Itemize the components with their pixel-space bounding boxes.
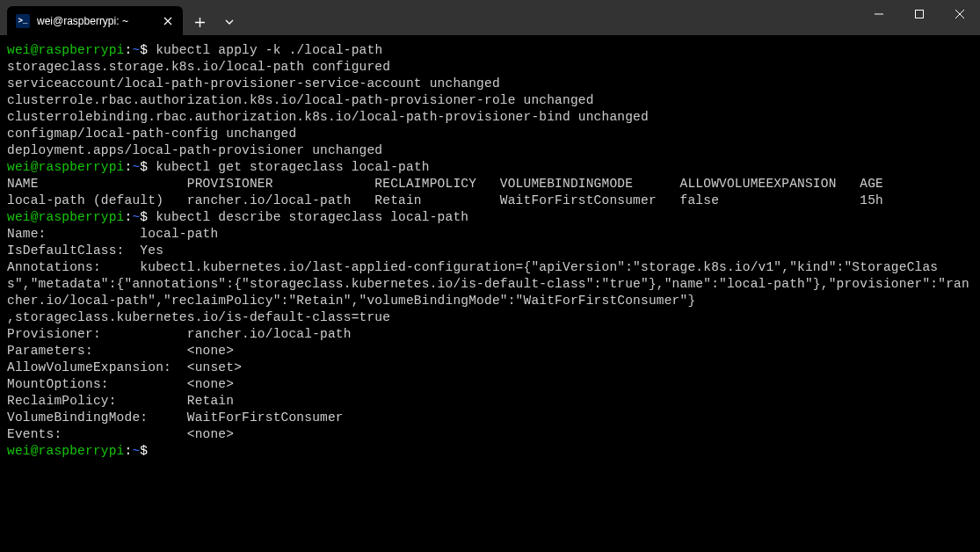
tab-dropdown-button[interactable] bbox=[216, 9, 243, 35]
output-line: deployment.apps/local-path-provisioner u… bbox=[7, 142, 973, 159]
prompt-path: ~ bbox=[132, 444, 140, 458]
output-line: AllowVolumeExpansion: <unset> bbox=[7, 360, 973, 376]
output-line: Provisioner: rancher.io/local-path bbox=[7, 326, 973, 343]
prompt-path: ~ bbox=[132, 210, 140, 224]
maximize-button[interactable] bbox=[899, 0, 940, 28]
prompt-user: wei@raspberrypi bbox=[7, 160, 125, 174]
minimize-button[interactable] bbox=[859, 0, 899, 28]
window-controls bbox=[859, 0, 980, 28]
new-tab-button[interactable] bbox=[186, 9, 213, 35]
titlebar: >_ wei@raspberrypi: ~ bbox=[0, 0, 980, 35]
prompt-dollar: $ bbox=[140, 160, 148, 174]
output-line: storageclass.storage.k8s.io/local-path c… bbox=[7, 59, 973, 76]
close-button[interactable] bbox=[940, 0, 980, 28]
prompt-path: ~ bbox=[132, 43, 140, 57]
powershell-icon: >_ bbox=[16, 14, 30, 28]
prompt-line-1: wei@raspberrypi:~$ kubectl apply -k ./lo… bbox=[7, 42, 973, 59]
command-text: kubectl describe storageclass local-path bbox=[148, 210, 468, 224]
prompt-path: ~ bbox=[132, 160, 140, 174]
output-line: ,storageclass.kubernetes.io/is-default-c… bbox=[7, 309, 973, 326]
output-line: Events: <none> bbox=[7, 426, 973, 443]
prompt-line-4: wei@raspberrypi:~$ bbox=[7, 443, 973, 460]
output-line: ReclaimPolicy: Retain bbox=[7, 393, 973, 410]
terminal-tab[interactable]: >_ wei@raspberrypi: ~ bbox=[7, 6, 183, 35]
output-line: VolumeBindingMode: WaitForFirstConsumer bbox=[7, 410, 973, 426]
svg-rect-0 bbox=[916, 11, 924, 18]
output-line: Parameters: <none> bbox=[7, 343, 973, 360]
tab-close-button[interactable] bbox=[160, 13, 176, 29]
prompt-user: wei@raspberrypi bbox=[7, 43, 125, 57]
terminal-body[interactable]: wei@raspberrypi:~$ kubectl apply -k ./lo… bbox=[0, 35, 980, 552]
powershell-icon-glyph: >_ bbox=[18, 17, 28, 25]
output-line: clusterrolebinding.rbac.authorization.k8… bbox=[7, 109, 973, 126]
output-line: serviceaccount/local-path-provisioner-se… bbox=[7, 76, 973, 92]
output-line: IsDefaultClass: Yes bbox=[7, 243, 973, 259]
prompt-line-3: wei@raspberrypi:~$ kubectl describe stor… bbox=[7, 209, 973, 226]
output-row: local-path (default) rancher.io/local-pa… bbox=[7, 192, 973, 209]
output-line: configmap/local-path-config unchanged bbox=[7, 126, 973, 142]
output-line: Annotations: kubectl.kubernetes.io/last-… bbox=[7, 259, 973, 309]
prompt-dollar: $ bbox=[140, 444, 148, 458]
tab-title: wei@raspberrypi: ~ bbox=[37, 15, 153, 27]
prompt-line-2: wei@raspberrypi:~$ kubectl get storagecl… bbox=[7, 159, 973, 176]
output-line: MountOptions: <none> bbox=[7, 376, 973, 393]
prompt-user: wei@raspberrypi bbox=[7, 210, 125, 224]
output-line: clusterrole.rbac.authorization.k8s.io/lo… bbox=[7, 92, 973, 109]
tab-area: >_ wei@raspberrypi: ~ bbox=[0, 0, 243, 35]
prompt-dollar: $ bbox=[140, 210, 148, 224]
prompt-dollar: $ bbox=[140, 43, 148, 57]
output-line: Name: local-path bbox=[7, 226, 973, 243]
command-text: kubectl apply -k ./local-path bbox=[148, 43, 382, 57]
output-header: NAME PROVISIONER RECLAIMPOLICY VOLUMEBIN… bbox=[7, 176, 973, 192]
command-text: kubectl get storageclass local-path bbox=[148, 160, 429, 174]
prompt-user: wei@raspberrypi bbox=[7, 444, 125, 458]
